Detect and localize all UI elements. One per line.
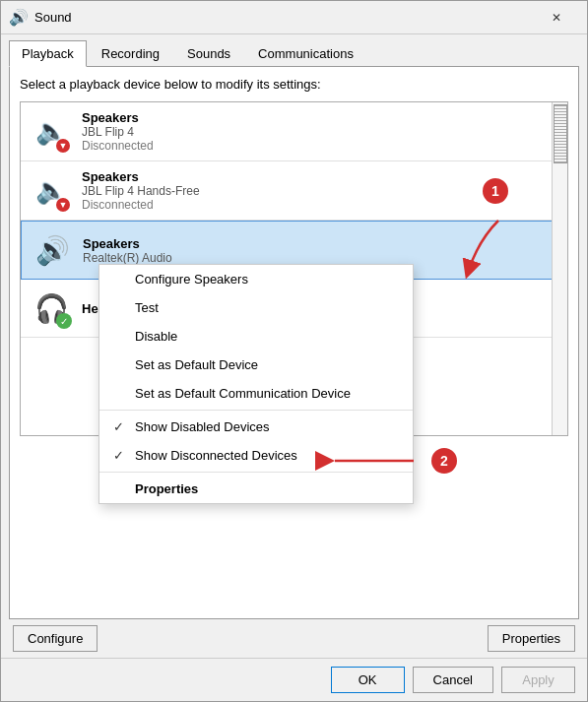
context-show-disconnected[interactable]: Show Disconnected Devices: [99, 441, 413, 470]
tab-bar: Playback Recording Sounds Communications: [1, 34, 587, 66]
device-status-1: Disconnected: [82, 139, 557, 153]
window-icon: 🔊: [9, 8, 29, 28]
device-info-1: Speakers JBL Flip 4 Disconnected: [82, 110, 557, 153]
device-item-jbl-flip4[interactable]: 🔈 ▼ Speakers JBL Flip 4 Disconnected: [21, 102, 567, 161]
disconnected-badge-2: ▼: [56, 198, 70, 212]
tab-playback[interactable]: Playback: [9, 40, 87, 67]
default-badge: ✓: [56, 313, 72, 329]
separator-1: [99, 410, 413, 411]
window-title: Sound: [34, 10, 534, 25]
tab-communications[interactable]: Communications: [245, 40, 366, 66]
context-disable[interactable]: Disable: [99, 322, 413, 351]
annotation-badge-1: 1: [483, 178, 508, 204]
annotation-badge-2: 2: [431, 448, 457, 474]
tab-content-playback: Select a playback device below to modify…: [9, 66, 579, 619]
close-button[interactable]: ✕: [534, 2, 579, 33]
properties-button[interactable]: Properties: [488, 625, 575, 652]
device-icon-speaker3: 🔊: [32, 229, 73, 271]
tab-sounds[interactable]: Sounds: [174, 40, 243, 66]
playback-description: Select a playback device below to modify…: [20, 77, 568, 92]
title-bar: 🔊 Sound ✕: [1, 1, 587, 34]
context-configure-speakers[interactable]: Configure Speakers: [99, 265, 413, 293]
footer: OK Cancel Apply: [1, 658, 587, 701]
context-set-default[interactable]: Set as Default Device: [99, 351, 413, 379]
device-item-jbl-handsfree[interactable]: 🔈 ▼ Speakers JBL Flip 4 Hands-Free Disco…: [21, 161, 567, 221]
arrow-annotation-1: [459, 221, 538, 270]
bottom-bar: Configure Properties: [1, 619, 587, 658]
scrollbar-thumb[interactable]: [554, 104, 567, 163]
context-test[interactable]: Test: [99, 293, 413, 322]
apply-button[interactable]: Apply: [501, 667, 575, 693]
device-icon-speaker1: 🔈 ▼: [31, 111, 72, 153]
context-menu: Configure Speakers Test Disable Set as D…: [98, 264, 414, 504]
separator-2: [99, 472, 413, 473]
device-icon-headphone: 🎧 ✓: [31, 287, 72, 329]
device-model-1: JBL Flip 4: [82, 125, 557, 139]
context-properties[interactable]: Properties: [99, 475, 413, 503]
context-show-disabled[interactable]: Show Disabled Devices: [99, 413, 413, 441]
scrollbar[interactable]: [552, 102, 567, 435]
device-name-1: Speakers: [82, 110, 557, 125]
device-icon-speaker2: 🔈 ▼: [31, 170, 72, 212]
context-set-default-comm[interactable]: Set as Default Communication Device: [99, 379, 413, 408]
configure-button[interactable]: Configure: [13, 625, 98, 652]
tab-recording[interactable]: Recording: [89, 40, 172, 66]
ok-button[interactable]: OK: [331, 667, 405, 693]
cancel-button[interactable]: Cancel: [413, 667, 493, 693]
disconnected-badge-1: ▼: [56, 139, 70, 153]
sound-dialog: 🔊 Sound ✕ Playback Recording Sounds Comm…: [0, 0, 588, 702]
